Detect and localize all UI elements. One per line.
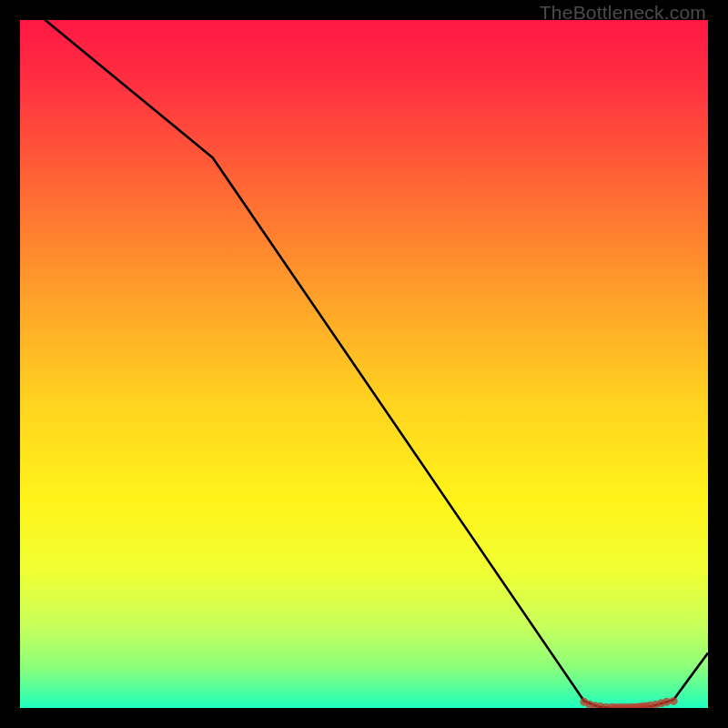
marker-dot bbox=[670, 697, 678, 705]
plot-background bbox=[20, 20, 708, 708]
watermark-text: TheBottleneck.com bbox=[540, 2, 706, 24]
chart-svg bbox=[20, 20, 708, 708]
chart-frame bbox=[20, 20, 708, 708]
